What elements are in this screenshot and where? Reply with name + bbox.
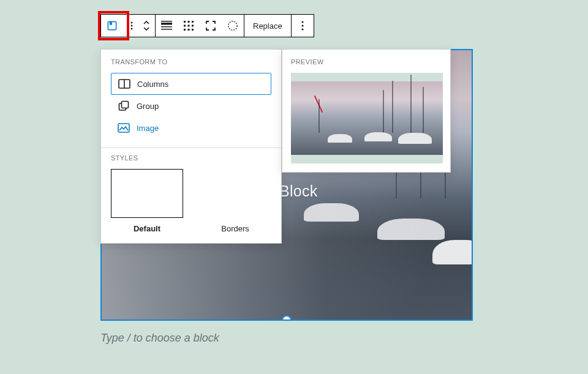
svg-rect-29 (118, 124, 129, 132)
svg-rect-1 (110, 21, 112, 25)
svg-rect-9 (161, 21, 172, 22)
transform-option-group[interactable]: Group (111, 95, 271, 117)
svg-point-7 (131, 28, 133, 30)
resize-handle[interactable] (282, 315, 292, 321)
group-icon (117, 100, 130, 111)
styles-title: STYLES (111, 154, 271, 162)
paragraph-placeholder[interactable]: Type / to choose a block (100, 332, 219, 345)
image-icon (117, 123, 130, 133)
transform-option-label: Image (137, 124, 159, 133)
replace-button[interactable]: Replace (244, 15, 291, 37)
svg-rect-20 (192, 29, 194, 31)
transform-option-label: Group (137, 102, 159, 111)
svg-rect-15 (184, 25, 186, 27)
preview-title: PREVIEW (291, 58, 442, 65)
drag-handle-icon[interactable] (123, 15, 138, 37)
svg-point-5 (131, 25, 133, 27)
cover-title-text[interactable]: Block (279, 182, 318, 200)
svg-point-21 (228, 21, 237, 30)
svg-rect-16 (188, 25, 190, 27)
svg-point-3 (131, 22, 133, 24)
preview-panel: PREVIEW (282, 49, 451, 173)
transform-option-label: Columns (137, 80, 168, 89)
svg-rect-12 (184, 21, 186, 23)
more-options-button[interactable] (292, 15, 314, 37)
svg-rect-14 (192, 21, 194, 23)
svg-rect-11 (161, 29, 172, 30)
transform-option-image[interactable]: Image (111, 117, 271, 139)
svg-point-2 (127, 22, 129, 24)
fullheight-button[interactable] (200, 15, 222, 37)
duotone-button[interactable] (222, 15, 244, 37)
style-option-borders[interactable] (199, 169, 271, 218)
svg-rect-8 (161, 23, 172, 25)
svg-rect-10 (161, 26, 172, 28)
svg-point-6 (127, 28, 129, 30)
align-button[interactable] (156, 15, 178, 37)
svg-rect-17 (192, 25, 194, 27)
svg-rect-18 (184, 29, 186, 31)
style-label: Borders (221, 224, 249, 233)
style-option-default[interactable] (111, 169, 183, 218)
block-toolbar: Replace (100, 14, 314, 37)
transform-option-columns[interactable]: Columns (111, 73, 271, 95)
svg-rect-28 (122, 102, 129, 108)
move-up-down-button[interactable] (138, 15, 155, 37)
columns-icon (118, 79, 131, 89)
transform-title: TRANSFORM TO (111, 58, 271, 65)
style-label: Default (134, 224, 160, 233)
svg-point-23 (301, 24, 303, 26)
transform-popover: TRANSFORM TO Columns Group Image STYLES … (100, 49, 282, 244)
block-type-button[interactable] (101, 15, 123, 37)
content-position-button[interactable] (178, 15, 200, 37)
svg-point-22 (301, 21, 303, 23)
svg-rect-13 (188, 21, 190, 23)
svg-point-24 (301, 28, 303, 30)
svg-point-4 (127, 25, 129, 27)
preview-image (291, 73, 443, 163)
svg-rect-19 (188, 29, 190, 31)
